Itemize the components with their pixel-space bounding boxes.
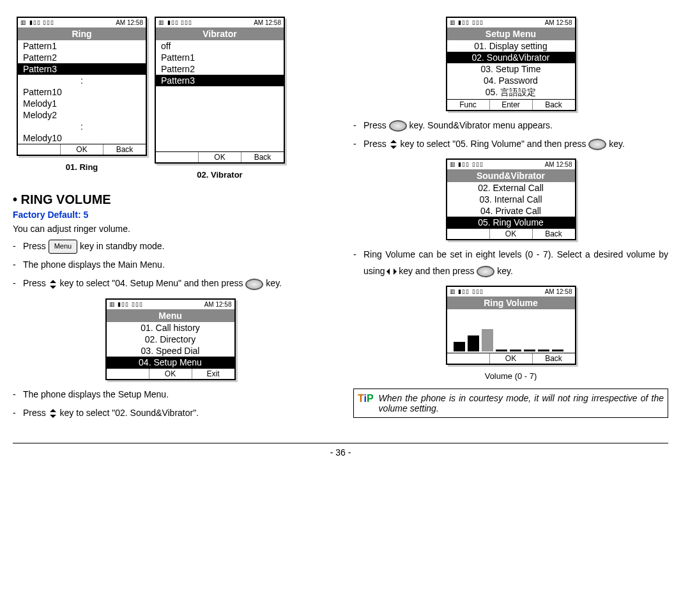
softkey-left[interactable]: [107, 369, 149, 379]
setup-screen: ▥ ▮▯▯ ▯▯▯ AM 12:58 Setup Menu 01. Displa…: [446, 17, 576, 111]
ok-key-icon: [477, 266, 494, 277]
page-number: - 36 -: [330, 447, 351, 458]
softkey-right[interactable]: Back: [533, 229, 575, 239]
volume-bars[interactable]: [447, 309, 575, 353]
sound-list[interactable]: 02. External Call 03. Internal Call 04. …: [447, 182, 575, 228]
list-item[interactable]: 05. Ring Volume: [447, 217, 575, 228]
intro-text: You can adjust ringer volume.: [13, 222, 328, 236]
updown-key-icon: [49, 410, 57, 417]
tip-text: When the phone is in courtesy mode, it w…: [379, 393, 664, 413]
list-item[interactable]: 03. Setup Time: [447, 63, 575, 75]
step: - Press key to select "02. Sound&Vibrato…: [13, 405, 328, 421]
vibrator-screen: ▥ ▮▯▯ ▯▯▯ AM 12:58 Vibrator off Pattern1…: [155, 17, 285, 164]
list-item[interactable]: 02. External Call: [447, 182, 575, 194]
list-item[interactable]: Pattern1: [18, 40, 146, 52]
ring-screen: ▥ ▮▯▯ ▯▯▯ AM 12:58 Ring Pattern1 Pattern…: [17, 17, 147, 156]
vibrator-caption: 02. Vibrator: [151, 170, 289, 180]
softkey-right[interactable]: Back: [533, 353, 575, 364]
tip-box: TiP When the phone is in courtesy mode, …: [353, 389, 668, 418]
list-item[interactable]: Melody10: [18, 132, 146, 144]
list-item[interactable]: 04. Private Call: [447, 205, 575, 217]
ok-key-icon: [245, 279, 263, 290]
volume-bar: [510, 348, 521, 351]
softkey-left[interactable]: Func: [447, 100, 490, 110]
time-label: AM 12:58: [545, 19, 572, 26]
status-icons: ▥ ▮▯▯ ▯▯▯: [109, 301, 143, 308]
step: - The phone displays the Main Menu.: [13, 257, 328, 273]
volume-bar: [482, 329, 493, 351]
list-item[interactable]: 02. Directory: [107, 334, 234, 345]
list-item[interactable]: off: [156, 40, 284, 52]
list-item[interactable]: 01. Call history: [107, 322, 234, 334]
volume-bar: [496, 348, 507, 351]
list-item: :: [18, 121, 146, 132]
step: - Ring Volume can be set in eight levels…: [353, 247, 668, 279]
volume-bar: [524, 348, 535, 351]
updown-key-icon: [49, 281, 57, 288]
softkey-center[interactable]: OK: [490, 353, 533, 364]
list-item[interactable]: 03. Speed Dial: [107, 345, 234, 357]
setup-list[interactable]: 01. Display setting 02. Sound&Vibrator 0…: [447, 40, 575, 99]
softkey-left[interactable]: [447, 353, 490, 364]
time-label: AM 12:58: [116, 19, 143, 26]
status-icons: ▥ ▮▯▯ ▯▯▯: [158, 19, 192, 26]
softkey-left[interactable]: [18, 144, 61, 155]
volume-caption: Volume (0 - 7): [353, 371, 668, 381]
volume-bar: [538, 348, 549, 351]
softkey-right[interactable]: Back: [103, 144, 146, 155]
softkey-left[interactable]: [156, 152, 199, 162]
step: - Press key to select "05. Ring Volume" …: [353, 136, 668, 152]
ring-list[interactable]: Pattern1 Pattern2 Pattern3 : Pattern10 M…: [18, 40, 146, 144]
list-item[interactable]: Melody1: [18, 98, 146, 109]
status-icons: ▥ ▮▯▯ ▯▯▯: [450, 19, 484, 26]
menu-key-icon: Menu: [49, 240, 78, 254]
list-item[interactable]: Melody2: [18, 109, 146, 121]
softkey-right[interactable]: Exit: [192, 369, 234, 379]
softkey-center[interactable]: OK: [61, 144, 103, 155]
setup-title: Setup Menu: [447, 27, 575, 40]
step: - Press Menu key in standby mode.: [13, 238, 328, 254]
list-item[interactable]: Pattern2: [18, 52, 146, 63]
section-heading: RING VOLUME: [13, 192, 328, 207]
tip-icon: TiP: [358, 393, 374, 404]
volume-bar: [468, 335, 479, 351]
softkey-right[interactable]: Back: [241, 152, 284, 162]
volume-bar: [454, 342, 465, 351]
vibrator-list[interactable]: off Pattern1 Pattern2 Pattern3: [156, 40, 284, 151]
ok-key-icon: [588, 139, 606, 150]
list-item[interactable]: Pattern2: [156, 63, 284, 75]
softkey-left[interactable]: [447, 229, 490, 239]
time-label: AM 12:58: [545, 161, 572, 168]
list-item[interactable]: 03. Internal Call: [447, 194, 575, 205]
list-item[interactable]: Pattern10: [18, 86, 146, 98]
volume-title: Ring Volume: [447, 296, 575, 309]
softkey-center[interactable]: Enter: [490, 100, 533, 110]
list-item[interactable]: Pattern3: [156, 75, 284, 86]
time-label: AM 12:58: [254, 19, 281, 26]
menu-title: Menu: [107, 309, 234, 322]
softkey-center[interactable]: OK: [199, 152, 241, 162]
leftright-key-icon: [387, 268, 396, 275]
status-icons: ▥ ▮▯▯ ▯▯▯: [20, 19, 54, 26]
page-footer: - 36 -: [13, 443, 668, 458]
updown-key-icon: [389, 141, 398, 148]
softkey-center[interactable]: OK: [490, 229, 533, 239]
time-label: AM 12:58: [545, 288, 572, 295]
list-item: :: [18, 75, 146, 86]
volume-screen: ▥ ▮▯▯ ▯▯▯ AM 12:58 Ring Volume OK: [446, 286, 576, 365]
menu-list[interactable]: 01. Call history 02. Directory 03. Speed…: [107, 322, 234, 368]
list-item[interactable]: 05. 言語設定: [447, 86, 575, 99]
list-item[interactable]: 01. Display setting: [447, 40, 575, 52]
list-item[interactable]: Pattern1: [156, 52, 284, 63]
softkey-right[interactable]: Back: [533, 100, 575, 110]
sound-title: Sound&Vibrator: [447, 169, 575, 182]
list-item[interactable]: 04. Setup Menu: [107, 357, 234, 368]
list-item[interactable]: Pattern3: [18, 63, 146, 75]
list-item[interactable]: 02. Sound&Vibrator: [447, 52, 575, 63]
ring-caption: 01. Ring: [13, 162, 151, 172]
menu-screen: ▥ ▮▯▯ ▯▯▯ AM 12:58 Menu 01. Call history…: [105, 298, 236, 380]
list-item[interactable]: 04. Password: [447, 75, 575, 86]
sound-screen: ▥ ▮▯▯ ▯▯▯ AM 12:58 Sound&Vibrator 02. Ex…: [446, 158, 576, 240]
factory-default: Factory Default: 5: [13, 210, 328, 220]
softkey-center[interactable]: OK: [149, 369, 192, 379]
